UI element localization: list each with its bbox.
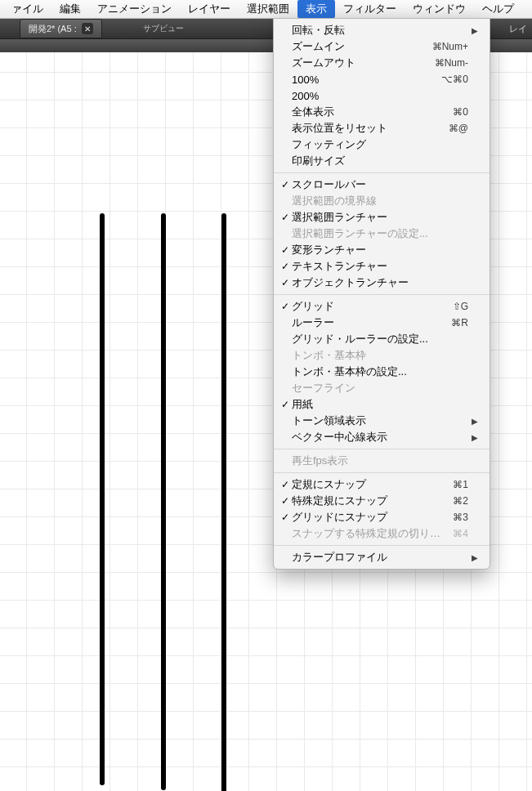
- menu-item[interactable]: ウィンドウ: [405, 0, 474, 18]
- menu-item: 選択範囲ランチャーの設定...: [274, 226, 490, 242]
- menu-item: 再生fps表示: [274, 453, 490, 469]
- menu-shortcut: ⌘R: [451, 317, 468, 328]
- check-icon: ✓: [279, 277, 292, 288]
- menu-item-label: 変形ランチャー: [292, 243, 468, 257]
- check-icon: ✓: [279, 212, 292, 223]
- submenu-arrow-icon: ▶: [468, 417, 478, 426]
- menu-item-label: 印刷サイズ: [292, 154, 468, 168]
- menu-item-label: スナップする特殊定規の切り替え: [292, 526, 446, 541]
- menu-item-label: セーフライン: [292, 381, 468, 396]
- menu-item[interactable]: ✓選択範囲ランチャー: [274, 209, 490, 226]
- menu-item: スナップする特殊定規の切り替え⌘4: [274, 525, 490, 542]
- check-icon: ✓: [279, 244, 292, 256]
- menu-item[interactable]: 印刷サイズ: [274, 153, 490, 169]
- menu-shortcut: ⌘@: [449, 123, 468, 134]
- menu-item: セーフライン: [274, 380, 490, 396]
- check-icon: ✓: [279, 399, 292, 410]
- menu-item[interactable]: レイヤー: [180, 0, 239, 18]
- check-icon: ✓: [279, 261, 292, 272]
- check-icon: ✓: [279, 301, 292, 312]
- menu-item[interactable]: トンボ・基本枠の設定...: [274, 364, 490, 380]
- menu-item[interactable]: 全体表示⌘0: [274, 104, 490, 120]
- menu-item-label: トーン領域表示: [292, 413, 468, 428]
- menu-separator: [274, 449, 490, 449]
- menu-item[interactable]: ✓用紙: [274, 396, 490, 413]
- menu-item[interactable]: ✓グリッドにスナップ⌘3: [274, 509, 490, 525]
- menu-item[interactable]: ァイル: [3, 0, 51, 18]
- close-icon[interactable]: ✕: [82, 23, 93, 34]
- menu-item[interactable]: ルーラー⌘R: [274, 315, 490, 331]
- menu-item-label: グリッド・ルーラーの設定...: [292, 332, 468, 346]
- right-panel-label: レイ: [509, 23, 527, 35]
- document-tab-title: 開発2* (A5 :: [29, 23, 77, 35]
- menu-item-label: 選択範囲ランチャー: [292, 210, 468, 225]
- menu-item[interactable]: ズームイン⌘Num+: [274, 38, 490, 55]
- submenu-arrow-icon: ▶: [468, 433, 478, 442]
- menu-item-label: ベクター中心線表示: [292, 430, 468, 445]
- menu-item[interactable]: ✓テキストランチャー: [274, 258, 490, 275]
- menu-item[interactable]: グリッド・ルーラーの設定...: [274, 331, 490, 347]
- menu-item-label: 再生fps表示: [292, 454, 468, 468]
- view-menu-dropdown: 回転・反転▶ズームイン⌘Num+ズームアウト⌘Num-100%⌥⌘0200%全体…: [273, 18, 490, 570]
- menu-item[interactable]: 編集: [51, 0, 89, 18]
- menu-item-label: 全体表示: [292, 105, 446, 119]
- menu-item[interactable]: ✓グリッド⇧G: [274, 298, 490, 315]
- menu-shortcut: ⌘3: [453, 512, 468, 523]
- menu-shortcut: ⇧G: [453, 301, 468, 312]
- menu-separator: [274, 545, 490, 546]
- menu-item[interactable]: 表示: [297, 0, 335, 18]
- menu-item-label: 200%: [292, 90, 468, 102]
- check-icon: ✓: [279, 479, 292, 490]
- menu-shortcut: ⌘4: [453, 528, 468, 539]
- menu-item-label: オブジェクトランチャー: [292, 275, 468, 290]
- menu-item[interactable]: 表示位置をリセット⌘@: [274, 120, 490, 136]
- menu-item[interactable]: 選択範囲: [239, 0, 297, 18]
- menu-item-label: フィッティング: [292, 137, 468, 152]
- submenu-arrow-icon: ▶: [468, 26, 478, 35]
- menu-item-label: 表示位置をリセット: [292, 121, 442, 136]
- menu-item[interactable]: カラープロファイル▶: [274, 549, 490, 565]
- submenu-arrow-icon: ▶: [468, 553, 478, 562]
- drawn-stroke[interactable]: [161, 213, 166, 790]
- check-icon: ✓: [279, 512, 292, 523]
- menu-item[interactable]: ✓変形ランチャー: [274, 242, 490, 258]
- menu-item[interactable]: ✓特殊定規にスナップ⌘2: [274, 493, 490, 509]
- menu-shortcut: ⌘0: [453, 106, 468, 118]
- menu-item-label: グリッドにスナップ: [292, 510, 446, 525]
- menu-item-label: ルーラー: [292, 315, 445, 330]
- menu-shortcut: ⌘Num-: [435, 57, 468, 69]
- document-tab[interactable]: 開発2* (A5 : ✕: [20, 19, 102, 38]
- menu-item-label: テキストランチャー: [292, 259, 468, 274]
- menu-item[interactable]: 回転・反転▶: [274, 22, 490, 38]
- menu-item[interactable]: 100%⌥⌘0: [274, 71, 490, 87]
- menubar: ァイル編集アニメーションレイヤー選択範囲表示フィルターウィンドウヘルプ: [0, 0, 532, 19]
- menu-item-label: ズームイン: [292, 39, 426, 54]
- menu-item[interactable]: フィッティング: [274, 136, 490, 153]
- menu-item[interactable]: ✓スクロールバー: [274, 177, 490, 193]
- menu-item[interactable]: ヘルプ: [474, 0, 522, 18]
- menu-item[interactable]: アニメーション: [89, 0, 180, 18]
- menu-item-label: トンボ・基本枠: [292, 348, 468, 363]
- menu-item[interactable]: ✓オブジェクトランチャー: [274, 275, 490, 291]
- menu-item-label: 用紙: [292, 397, 468, 412]
- menu-item-label: 選択範囲ランチャーの設定...: [292, 226, 468, 241]
- check-icon: ✓: [279, 179, 292, 190]
- drawn-stroke[interactable]: [100, 213, 105, 785]
- menu-shortcut: ⌘1: [453, 479, 468, 490]
- menu-item-label: グリッド: [292, 299, 446, 314]
- menu-shortcut: ⌘2: [453, 495, 468, 507]
- menu-item[interactable]: ベクター中心線表示▶: [274, 429, 490, 445]
- menu-item-label: トンボ・基本枠の設定...: [292, 364, 468, 379]
- menu-separator: [274, 472, 490, 473]
- menu-item[interactable]: トーン領域表示▶: [274, 413, 490, 429]
- menu-item[interactable]: ズームアウト⌘Num-: [274, 55, 490, 71]
- menu-separator: [274, 294, 490, 295]
- menu-separator: [274, 172, 490, 173]
- menu-shortcut: ⌥⌘0: [441, 74, 468, 85]
- drawn-stroke[interactable]: [221, 213, 226, 791]
- menu-item[interactable]: フィルター: [335, 0, 405, 18]
- menu-item[interactable]: 200%: [274, 87, 490, 104]
- menu-item[interactable]: ✓定規にスナップ⌘1: [274, 476, 490, 493]
- check-icon: ✓: [279, 495, 292, 507]
- menu-item-label: スクロールバー: [292, 177, 468, 192]
